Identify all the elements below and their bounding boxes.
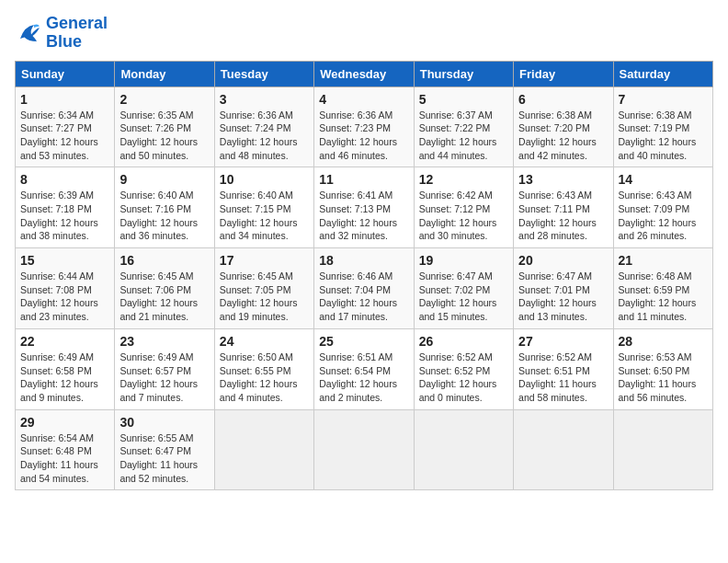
day-number: 12 (419, 172, 508, 187)
day-number: 27 (518, 334, 608, 349)
day-info: Sunrise: 6:45 AMSunset: 7:06 PMDaylight:… (119, 270, 198, 322)
calendar-row: 1Sunrise: 6:34 AMSunset: 7:27 PMDaylight… (16, 86, 713, 167)
calendar-cell: 6Sunrise: 6:38 AMSunset: 7:20 PMDaylight… (514, 86, 613, 167)
day-number: 14 (619, 172, 708, 187)
weekday-header-friday: Friday (514, 61, 613, 86)
day-info: Sunrise: 6:45 AMSunset: 7:05 PMDaylight:… (220, 270, 298, 322)
logo: General Blue (15, 15, 108, 52)
day-number: 18 (319, 253, 408, 268)
day-number: 16 (119, 253, 209, 268)
day-number: 13 (518, 172, 608, 187)
calendar-cell: 27Sunrise: 6:52 AMSunset: 6:51 PMDayligh… (514, 328, 613, 409)
day-info: Sunrise: 6:43 AMSunset: 7:09 PMDaylight:… (619, 190, 697, 241)
day-number: 11 (319, 172, 408, 187)
calendar-cell: 15Sunrise: 6:44 AMSunset: 7:08 PMDayligh… (16, 248, 115, 329)
calendar-cell: 21Sunrise: 6:48 AMSunset: 6:59 PMDayligh… (613, 248, 712, 329)
weekday-header-tuesday: Tuesday (214, 61, 313, 86)
calendar-cell: 5Sunrise: 6:37 AMSunset: 7:22 PMDaylight… (414, 86, 513, 167)
calendar-row: 8Sunrise: 6:39 AMSunset: 7:18 PMDaylight… (16, 167, 713, 248)
calendar-cell: 1Sunrise: 6:34 AMSunset: 7:27 PMDaylight… (16, 86, 115, 167)
day-number: 19 (419, 253, 508, 268)
calendar-cell: 12Sunrise: 6:42 AMSunset: 7:12 PMDayligh… (414, 167, 513, 248)
day-info: Sunrise: 6:38 AMSunset: 7:20 PMDaylight:… (518, 109, 597, 161)
calendar-cell: 24Sunrise: 6:50 AMSunset: 6:55 PMDayligh… (214, 328, 313, 409)
day-info: Sunrise: 6:40 AMSunset: 7:16 PMDaylight:… (119, 190, 198, 241)
day-number: 4 (319, 92, 408, 107)
day-number: 29 (20, 415, 109, 430)
calendar-cell: 3Sunrise: 6:36 AMSunset: 7:24 PMDaylight… (214, 86, 313, 167)
day-number: 1 (20, 92, 109, 107)
calendar-cell: 8Sunrise: 6:39 AMSunset: 7:18 PMDaylight… (16, 167, 115, 248)
day-info: Sunrise: 6:42 AMSunset: 7:12 PMDaylight:… (419, 190, 497, 241)
day-info: Sunrise: 6:53 AMSunset: 6:50 PMDaylight:… (619, 351, 697, 403)
day-info: Sunrise: 6:44 AMSunset: 7:08 PMDaylight:… (20, 270, 98, 322)
day-info: Sunrise: 6:48 AMSunset: 6:59 PMDaylight:… (619, 270, 697, 322)
page-header: General Blue (15, 15, 713, 52)
calendar-cell: 13Sunrise: 6:43 AMSunset: 7:11 PMDayligh… (514, 167, 613, 248)
day-info: Sunrise: 6:47 AMSunset: 7:01 PMDaylight:… (518, 270, 597, 322)
calendar-cell: 23Sunrise: 6:49 AMSunset: 6:57 PMDayligh… (115, 328, 214, 409)
calendar-cell: 11Sunrise: 6:41 AMSunset: 7:13 PMDayligh… (314, 167, 414, 248)
calendar-row: 29Sunrise: 6:54 AMSunset: 6:48 PMDayligh… (16, 409, 713, 490)
calendar-cell: 20Sunrise: 6:47 AMSunset: 7:01 PMDayligh… (514, 248, 613, 329)
calendar-cell: 16Sunrise: 6:45 AMSunset: 7:06 PMDayligh… (115, 248, 214, 329)
weekday-header-thursday: Thursday (414, 61, 513, 86)
day-info: Sunrise: 6:35 AMSunset: 7:26 PMDaylight:… (119, 109, 198, 161)
day-info: Sunrise: 6:37 AMSunset: 7:22 PMDaylight:… (419, 109, 497, 161)
logo-text: General Blue (46, 15, 108, 52)
calendar-table: SundayMondayTuesdayWednesdayThursdayFrid… (15, 61, 713, 491)
day-info: Sunrise: 6:55 AMSunset: 6:47 PMDaylight:… (119, 432, 198, 484)
calendar-cell: 2Sunrise: 6:35 AMSunset: 7:26 PMDaylight… (115, 86, 214, 167)
weekday-header-saturday: Saturday (613, 61, 712, 86)
day-number: 7 (619, 92, 708, 107)
day-number: 25 (319, 334, 408, 349)
calendar-cell (414, 409, 513, 490)
day-number: 30 (119, 415, 209, 430)
day-number: 20 (518, 253, 608, 268)
day-number: 26 (419, 334, 508, 349)
calendar-cell: 29Sunrise: 6:54 AMSunset: 6:48 PMDayligh… (16, 409, 115, 490)
day-info: Sunrise: 6:41 AMSunset: 7:13 PMDaylight:… (319, 190, 397, 241)
day-number: 28 (619, 334, 708, 349)
calendar-cell: 25Sunrise: 6:51 AMSunset: 6:54 PMDayligh… (314, 328, 414, 409)
day-number: 21 (619, 253, 708, 268)
day-number: 10 (220, 172, 309, 187)
calendar-cell: 10Sunrise: 6:40 AMSunset: 7:15 PMDayligh… (214, 167, 313, 248)
calendar-cell (214, 409, 313, 490)
day-info: Sunrise: 6:47 AMSunset: 7:02 PMDaylight:… (419, 270, 497, 322)
day-info: Sunrise: 6:43 AMSunset: 7:11 PMDaylight:… (518, 190, 597, 241)
calendar-cell: 14Sunrise: 6:43 AMSunset: 7:09 PMDayligh… (613, 167, 712, 248)
calendar-cell: 7Sunrise: 6:38 AMSunset: 7:19 PMDaylight… (613, 86, 712, 167)
calendar-cell: 9Sunrise: 6:40 AMSunset: 7:16 PMDaylight… (115, 167, 214, 248)
day-info: Sunrise: 6:50 AMSunset: 6:55 PMDaylight:… (220, 351, 298, 403)
day-number: 6 (518, 92, 608, 107)
day-info: Sunrise: 6:36 AMSunset: 7:24 PMDaylight:… (220, 109, 298, 161)
day-number: 9 (119, 172, 209, 187)
calendar-cell: 18Sunrise: 6:46 AMSunset: 7:04 PMDayligh… (314, 248, 414, 329)
calendar-row: 22Sunrise: 6:49 AMSunset: 6:58 PMDayligh… (16, 328, 713, 409)
weekday-header-wednesday: Wednesday (314, 61, 414, 86)
day-info: Sunrise: 6:39 AMSunset: 7:18 PMDaylight:… (20, 190, 98, 241)
day-number: 2 (119, 92, 209, 107)
day-info: Sunrise: 6:38 AMSunset: 7:19 PMDaylight:… (619, 109, 697, 161)
day-number: 17 (220, 253, 309, 268)
day-info: Sunrise: 6:51 AMSunset: 6:54 PMDaylight:… (319, 351, 397, 403)
day-number: 15 (20, 253, 109, 268)
day-number: 5 (419, 92, 508, 107)
calendar-cell (314, 409, 414, 490)
day-number: 22 (20, 334, 109, 349)
calendar-cell (613, 409, 712, 490)
day-info: Sunrise: 6:36 AMSunset: 7:23 PMDaylight:… (319, 109, 397, 161)
calendar-cell: 22Sunrise: 6:49 AMSunset: 6:58 PMDayligh… (16, 328, 115, 409)
day-info: Sunrise: 6:34 AMSunset: 7:27 PMDaylight:… (20, 109, 98, 161)
calendar-cell: 4Sunrise: 6:36 AMSunset: 7:23 PMDaylight… (314, 86, 414, 167)
day-info: Sunrise: 6:52 AMSunset: 6:51 PMDaylight:… (518, 351, 597, 403)
day-info: Sunrise: 6:52 AMSunset: 6:52 PMDaylight:… (419, 351, 497, 403)
day-info: Sunrise: 6:46 AMSunset: 7:04 PMDaylight:… (319, 270, 397, 322)
calendar-cell: 30Sunrise: 6:55 AMSunset: 6:47 PMDayligh… (115, 409, 214, 490)
calendar-cell: 17Sunrise: 6:45 AMSunset: 7:05 PMDayligh… (214, 248, 313, 329)
day-number: 3 (220, 92, 309, 107)
day-number: 8 (20, 172, 109, 187)
calendar-cell: 19Sunrise: 6:47 AMSunset: 7:02 PMDayligh… (414, 248, 513, 329)
calendar-cell (514, 409, 613, 490)
